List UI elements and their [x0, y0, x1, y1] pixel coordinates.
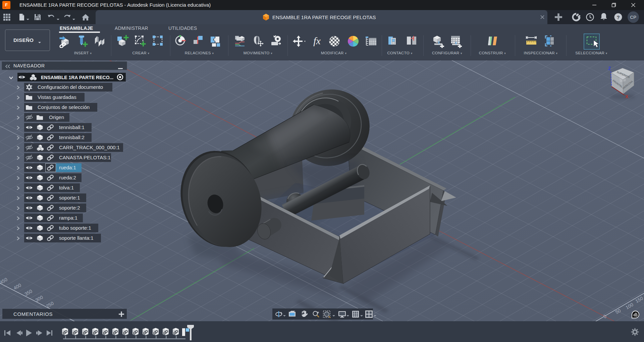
svg-text:F: F: [5, 2, 8, 7]
svg-text:Z: Z: [608, 66, 611, 71]
svg-text:X: X: [625, 94, 629, 99]
svg-text:fx: fx: [313, 35, 321, 46]
svg-text:CP: CP: [630, 15, 636, 20]
svg-text:?: ?: [616, 14, 620, 20]
